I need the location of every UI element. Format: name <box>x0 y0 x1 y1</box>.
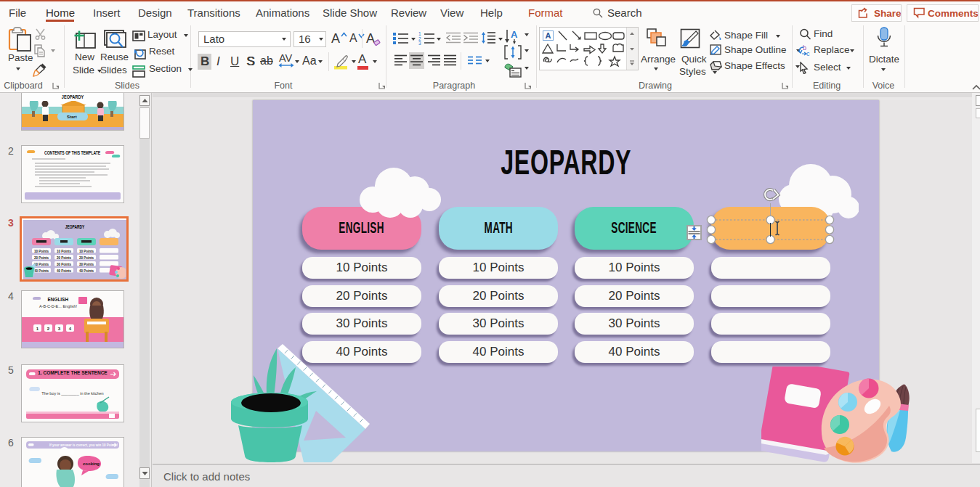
svg-text:10 Points: 10 Points <box>34 250 49 253</box>
svg-text:cooking: cooking <box>83 462 100 466</box>
svg-text:20 Points: 20 Points <box>57 256 72 260</box>
svg-text:10 Points: 10 Points <box>57 250 72 253</box>
svg-text:20 Points: 20 Points <box>79 256 94 260</box>
svg-text:Start: Start <box>67 115 77 119</box>
svg-text:20 Points: 20 Points <box>34 256 49 260</box>
svg-text:A: A <box>511 29 518 40</box>
svg-text:30 Points: 30 Points <box>79 263 94 266</box>
svg-text:3: 3 <box>418 41 421 45</box>
svg-text:40 Points: 40 Points <box>34 269 49 273</box>
svg-text:40 Points: 40 Points <box>57 269 72 273</box>
svg-text:10 Points: 10 Points <box>79 250 94 253</box>
svg-text:40 Points: 40 Points <box>79 269 94 273</box>
svg-text:If your answer is correct, you: If your answer is correct, you win 10 Po… <box>49 443 118 447</box>
svg-text:30 Points: 30 Points <box>34 263 49 266</box>
svg-text:30 Points: 30 Points <box>57 263 72 266</box>
svg-text:A: A <box>546 31 551 40</box>
